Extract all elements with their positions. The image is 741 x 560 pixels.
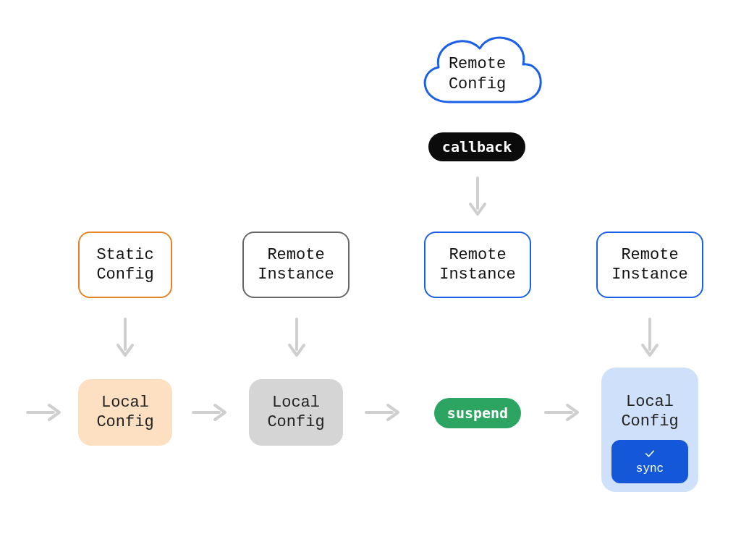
blob-local-config-2-label: Local Config <box>267 393 324 433</box>
card-remote-instance-3-label: Remote Instance <box>611 245 688 285</box>
arrow-cloud-to-remote2 <box>467 177 488 219</box>
arrow-remote1-to-local2 <box>287 318 307 360</box>
card-remote-instance-1-label: Remote Instance <box>258 245 334 285</box>
blob-local-config-2: Local Config <box>249 379 343 446</box>
blob-local-config-1: Local Config <box>78 379 172 446</box>
pill-suspend: suspend <box>434 398 521 428</box>
sync-badge: sync <box>611 440 688 483</box>
card-remote-instance-3: Remote Instance <box>596 232 703 298</box>
sync-badge-label: sync <box>636 462 664 476</box>
arrow-local2-to-suspend <box>365 402 402 423</box>
arrow-remote3-to-local3 <box>640 318 660 360</box>
blob-local-config-1-label: Local Config <box>96 393 153 433</box>
cloud-remote-config: Remote Config <box>406 22 549 120</box>
pill-callback: callback <box>428 132 525 161</box>
arrow-into-local1 <box>26 402 64 423</box>
pill-callback-label: callback <box>442 138 512 156</box>
arrow-local1-to-local2 <box>192 402 229 423</box>
cloud-label: Remote Config <box>449 54 506 94</box>
pill-suspend-label: suspend <box>447 404 508 422</box>
card-remote-instance-1: Remote Instance <box>242 232 350 298</box>
blob-local-config-3-label: Local Config <box>621 392 678 432</box>
blob-local-config-3: Local Config sync <box>601 368 698 492</box>
check-icon <box>643 447 656 460</box>
card-remote-instance-2-label: Remote Instance <box>439 245 516 285</box>
card-remote-instance-2: Remote Instance <box>424 232 531 298</box>
arrow-suspend-to-local3 <box>544 402 582 423</box>
card-static-config-label: Static Config <box>96 245 153 285</box>
card-static-config: Static Config <box>78 232 172 298</box>
arrow-static-to-local1 <box>115 318 135 360</box>
